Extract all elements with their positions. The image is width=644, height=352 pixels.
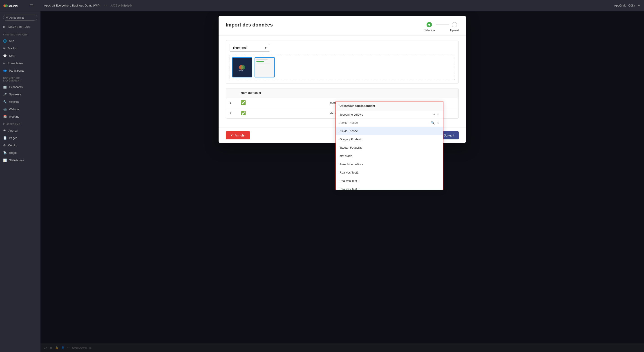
sidebar-item-label: Aperçu [8, 129, 18, 132]
access-site-button[interactable]: ⊕ Accès au site [3, 14, 37, 21]
thumbnail-images-area: appcraft. [230, 55, 455, 80]
thumbnail-light-preview [255, 58, 274, 77]
svg-text:appcraft.: appcraft. [8, 5, 18, 7]
page-content: Import des données Sélection Upload [40, 11, 644, 352]
thumbnail-image-2[interactable] [254, 57, 275, 77]
user-selected-name: Joséphine Lefèvre [340, 113, 363, 116]
topbar-right: AppCraft Célia [614, 4, 640, 7]
sms-icon: 💬 [3, 54, 7, 57]
user-list-item[interactable]: Realives Test1 [336, 168, 443, 177]
sidebar-item-regie[interactable]: 📡 Régie [0, 149, 40, 157]
sidebar-item-label: Pages [9, 136, 17, 140]
user-list: Alexis Thésée Alexis Thésée Gregory Potd… [336, 127, 443, 190]
step-circle-selection [426, 22, 432, 27]
email-icon: ✉ [3, 47, 6, 50]
sidebar-item-mailing[interactable]: ✉ Mailing [0, 45, 40, 52]
row-index-1: 1 [226, 97, 237, 108]
user-list-item[interactable]: stef stade [336, 152, 443, 160]
user-dropdown-header: Utilisateur correspondant [336, 101, 443, 110]
sidebar-item-label: Speakers [9, 93, 21, 96]
sidebar-item-label: Ateliers [9, 100, 19, 104]
app-hash: # AX5q49xBpjIp9x [110, 4, 132, 7]
thumb-line-3 [256, 63, 270, 64]
access-btn-label: Accès au site [10, 16, 24, 19]
row-status-2: ✅ [237, 108, 326, 119]
sidebar-item-apercu[interactable]: 👁 Aperçu [0, 127, 40, 134]
thumbnail-dropdown-label: Thumbnail [232, 46, 247, 50]
user-search-input[interactable] [340, 121, 429, 124]
user-list-item-label: Titouan Fougeray [340, 146, 362, 149]
check-icon: ✅ [241, 100, 246, 105]
access-icon: ⊕ [6, 16, 8, 19]
user-dropdown-icon[interactable] [638, 4, 640, 7]
gear-icon: ⚙ [3, 144, 6, 147]
row-index-2: 2 [226, 108, 237, 119]
sidebar-item-config[interactable]: ⚙ Config [0, 142, 40, 149]
chevron-down-icon: ▼ [264, 46, 267, 50]
sidebar-item-ateliers[interactable]: 🔧 Ateliers [0, 98, 40, 106]
app-background: appcraft. ⊕ Accès au site ⊞ Tableau De B… [0, 0, 644, 352]
sidebar-item-label: Exposants [9, 85, 23, 89]
user-list-item[interactable]: Titouan Fougeray [336, 144, 443, 152]
topbar: Appcraft Everywhere Business Demo [WIP] … [40, 0, 644, 11]
user-list-item-label: Realives Test 2 [340, 179, 359, 182]
sidebar-item-label: Site [9, 39, 14, 43]
user-list-item[interactable]: Gregory Potdevin [336, 135, 443, 144]
eye-icon: 👁 [3, 129, 6, 132]
cancel-label: Annuler [235, 134, 246, 137]
sidebar: appcraft. ⊕ Accès au site ⊞ Tableau De B… [0, 0, 40, 352]
user-search-row: 🔍 ✕ [336, 119, 443, 127]
people-icon: 👥 [3, 69, 7, 72]
user-list-item-label: Alexis Thésée [340, 129, 358, 133]
sidebar-item-label: Mailing [8, 47, 17, 50]
calendar-icon: 📅 [3, 115, 7, 118]
modal-title: Import des données [226, 22, 273, 28]
thumbnail-image-1[interactable]: appcraft. [232, 57, 252, 77]
sidebar-item-label: SMS [9, 54, 15, 57]
sidebar-item-speakers[interactable]: 🎤 Speakers [0, 91, 40, 98]
sidebar-item-site[interactable]: 🌐 Site [0, 37, 40, 45]
user-list-item[interactable]: Realives Test 2 [336, 177, 443, 185]
broadcast-icon: 📡 [3, 151, 7, 155]
menu-icon[interactable] [30, 4, 33, 8]
step-upload: Upload [450, 22, 459, 32]
col-user [326, 88, 458, 97]
sidebar-item-webinar[interactable]: 📹 Webinar [0, 106, 40, 113]
sidebar-item-meeting[interactable]: 📅 Meeting [0, 113, 40, 120]
svg-text:appcraft.: appcraft. [238, 70, 243, 71]
sidebar-logo: appcraft. [0, 0, 40, 12]
user-list-item[interactable]: Alexis Thésée Alexis Thésée [336, 127, 443, 135]
username-label: Célia [628, 4, 635, 7]
clear-selection-icon[interactable]: ✕ [437, 113, 440, 116]
clear-search-icon[interactable]: ✕ [436, 121, 440, 125]
step-connector [436, 24, 449, 25]
thumbnail-dropdown[interactable]: Thumbnail ▼ [230, 44, 270, 52]
pages-icon: 📄 [3, 136, 7, 140]
step-selection: Sélection [424, 22, 435, 32]
dropdown-expand-icon[interactable]: ▾ [433, 113, 435, 116]
user-list-item-label: Realives Test1 [340, 171, 358, 174]
sidebar-item-exposants[interactable]: 🏢 Exposants [0, 83, 40, 91]
sidebar-item-pages[interactable]: 📄 Pages [0, 134, 40, 142]
user-list-item-label: stef stade [340, 154, 352, 158]
thumb-line-1 [256, 59, 268, 60]
user-list-item[interactable]: Joséphine Lefèvre [336, 160, 443, 168]
appcraft-thumb-logo: appcraft. [238, 63, 247, 72]
sidebar-item-formulaires[interactable]: ✏ Formulaires [0, 59, 40, 67]
next-label: Suivant [444, 134, 454, 137]
cancel-button[interactable]: ✕ Annuler [226, 131, 250, 139]
sidebar-item-sms[interactable]: 💬 SMS [0, 52, 40, 59]
user-list-item[interactable]: Realives Test 3 [336, 185, 443, 190]
svg-rect-3 [30, 4, 33, 5]
modal-overlay: Import des données Sélection Upload [40, 11, 644, 352]
search-icon: 🔍 [431, 121, 435, 125]
thumbnail-dark-preview: appcraft. [232, 58, 252, 77]
user-dropdown-container: Utilisateur correspondant Joséphine Lefè… [336, 101, 444, 190]
x-icon: ✕ [230, 134, 233, 137]
tools-icon: 🔧 [3, 100, 7, 104]
sidebar-section-plateforme: PLATEFORME [0, 120, 40, 127]
sidebar-item-participants[interactable]: 👥 Participants [0, 67, 40, 74]
sidebar-item-tableau[interactable]: ⊞ Tableau De Bord [0, 23, 40, 31]
sidebar-item-statistiques[interactable]: 📊 Statistiques [0, 157, 40, 164]
col-filename: Nom du fichier [237, 88, 326, 97]
